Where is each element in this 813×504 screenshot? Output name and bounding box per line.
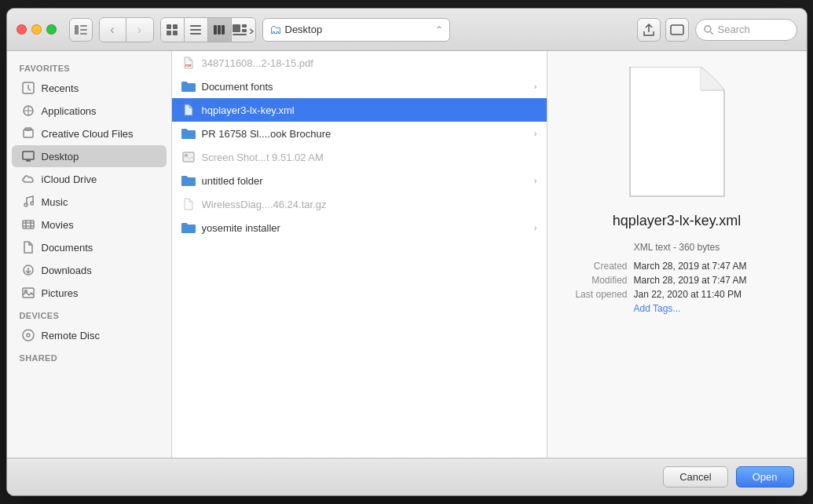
list-item[interactable]: PR 16758 Sl....ook Brochure › <box>172 122 547 145</box>
add-tags-link[interactable]: Add Tags... <box>634 303 681 314</box>
bottom-bar: Cancel Open <box>7 458 807 495</box>
preview-filename: hqplayer3-lx-key.xml <box>613 213 742 229</box>
view-list-button[interactable] <box>185 18 208 42</box>
svg-rect-10 <box>190 33 201 35</box>
svg-point-40 <box>27 334 30 337</box>
svg-rect-0 <box>75 25 79 35</box>
maximize-button[interactable] <box>46 24 57 35</box>
last-opened-value: Jan 22, 2020 at 11:40 PM <box>634 289 742 300</box>
file-item-name: WirelessDiag....46.24.tar.gz <box>202 199 537 210</box>
share-button[interactable] <box>637 18 661 42</box>
view-buttons <box>160 17 256 42</box>
list-item[interactable]: PDF 348711608...2-18-15.pdf <box>172 51 547 75</box>
open-button[interactable]: Open <box>736 466 794 488</box>
sidebar-item-label: iCloud Drive <box>42 173 97 185</box>
downloads-icon <box>21 263 35 277</box>
sidebar-toggle-button[interactable] <box>69 18 93 42</box>
recents-icon <box>21 81 35 95</box>
file-item-name: Document fonts <box>202 81 528 93</box>
folder-icon <box>181 221 196 235</box>
music-icon <box>21 195 35 209</box>
chevron-right-icon: › <box>534 129 537 138</box>
xml-icon <box>181 103 196 117</box>
meta-modified-row: Modified March 28, 2019 at 7:47 AM <box>563 275 791 286</box>
sidebar-item-label: Documents <box>42 242 93 254</box>
svg-rect-8 <box>190 25 201 27</box>
location-chevrons: ⌃ <box>435 24 443 35</box>
list-item[interactable]: hqplayer3-lx-key.xml <box>172 98 547 122</box>
sidebar-item-recents[interactable]: Recents <box>12 77 167 99</box>
sidebar-item-downloads[interactable]: Downloads <box>12 259 167 281</box>
pictures-icon <box>21 286 35 300</box>
sidebar-item-movies[interactable]: Movies <box>12 214 167 236</box>
back-button[interactable]: ‹ <box>100 18 126 42</box>
list-item[interactable]: yosemite installer › <box>172 216 547 239</box>
tags-spacer <box>563 303 634 314</box>
view-gallery-button[interactable] <box>232 18 255 42</box>
svg-point-39 <box>23 330 34 341</box>
movies-icon <box>21 217 35 232</box>
svg-line-20 <box>710 31 712 34</box>
close-button[interactable] <box>16 24 27 35</box>
sidebar-item-label: Desktop <box>42 151 79 163</box>
nav-buttons: ‹ › <box>99 17 154 42</box>
documents-icon <box>21 240 35 254</box>
svg-rect-4 <box>167 24 171 29</box>
forward-button[interactable]: › <box>126 18 153 42</box>
desktop-icon <box>21 149 35 163</box>
created-label: Created <box>563 261 634 272</box>
view-columns-button[interactable] <box>208 18 232 42</box>
devices-label: Devices <box>7 305 171 323</box>
search-bar[interactable]: Search <box>695 19 797 41</box>
chevron-right-icon: › <box>534 176 537 185</box>
svg-rect-12 <box>218 25 221 35</box>
minimize-button[interactable] <box>31 24 42 35</box>
preview-meta: XML text - 360 bytes Created March 28, 2… <box>563 242 791 317</box>
svg-rect-18 <box>671 25 683 35</box>
list-item[interactable]: WirelessDiag....46.24.tar.gz <box>172 192 547 216</box>
modified-label: Modified <box>563 275 634 286</box>
preview-type: XML text - 360 bytes <box>563 242 791 253</box>
sidebar-item-icloud-drive[interactable]: iCloud Drive <box>12 168 167 190</box>
view-icons-button[interactable] <box>161 18 185 42</box>
svg-rect-11 <box>214 25 217 35</box>
svg-rect-25 <box>23 152 34 159</box>
created-value: March 28, 2019 at 7:47 AM <box>634 261 747 272</box>
svg-rect-1 <box>80 25 87 27</box>
file-item-name: Screen Shot...t 9.51.02 AM <box>202 152 537 163</box>
svg-rect-13 <box>222 25 225 35</box>
toolbar: ‹ › <box>7 9 807 51</box>
meta-tags-row: Add Tags... <box>563 303 791 314</box>
file-item-name: yosemite installer <box>202 222 528 234</box>
svg-rect-2 <box>80 29 87 31</box>
sidebar-item-label: Remote Disc <box>42 330 100 341</box>
search-icon <box>704 25 713 35</box>
meta-last-opened-row: Last opened Jan 22, 2020 at 11:40 PM <box>563 289 791 300</box>
sidebar-item-applications[interactable]: Applications <box>12 100 167 122</box>
tag-button[interactable] <box>665 18 689 42</box>
meta-created-row: Created March 28, 2019 at 7:47 AM <box>563 261 791 272</box>
location-bar[interactable]: 🗂 Desktop ⌃ <box>262 18 451 42</box>
finder-window: ‹ › <box>6 8 808 496</box>
sidebar-item-music[interactable]: Music <box>12 191 167 213</box>
folder-icon <box>181 126 196 141</box>
search-placeholder: Search <box>718 24 750 35</box>
sidebar-item-creative-cloud[interactable]: Creative Cloud Files <box>12 122 167 144</box>
sidebar-item-documents[interactable]: Documents <box>12 236 167 258</box>
traffic-lights <box>16 24 57 35</box>
sidebar-item-pictures[interactable]: Pictures <box>12 282 167 304</box>
file-item-name: hqplayer3-lx-key.xml <box>202 104 537 116</box>
preview-file-icon <box>622 67 732 200</box>
cancel-button[interactable]: Cancel <box>663 466 727 488</box>
svg-point-19 <box>705 26 711 32</box>
icloud-drive-icon <box>21 172 35 186</box>
folder-icon <box>181 173 196 188</box>
sidebar-item-desktop[interactable]: Desktop <box>12 145 167 167</box>
chevron-right-icon: › <box>534 82 537 91</box>
list-item[interactable]: Screen Shot...t 9.51.02 AM <box>172 145 547 169</box>
list-item[interactable]: Document fonts › <box>172 75 547 98</box>
sidebar-item-remote-disc[interactable]: Remote Disc <box>12 324 167 346</box>
list-item[interactable]: untitled folder › <box>172 169 547 192</box>
file-item-name: untitled folder <box>202 175 528 187</box>
favorites-label: Favorites <box>7 57 171 76</box>
